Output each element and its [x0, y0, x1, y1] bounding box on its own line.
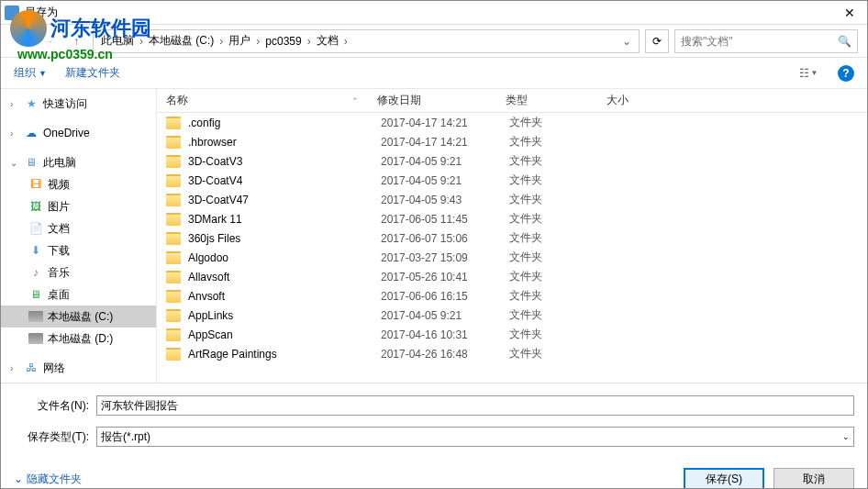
- sidebar-desktop[interactable]: 🖥桌面: [1, 283, 156, 306]
- file-row[interactable]: AppLinks2017-04-05 9:21文件夹: [157, 306, 867, 325]
- file-name: .hbrowser: [188, 136, 381, 149]
- file-type: 文件夹: [509, 307, 610, 323]
- folder-icon: [166, 290, 181, 303]
- sidebar-downloads[interactable]: ⬇下载: [1, 239, 156, 261]
- file-date: 2017-03-27 15:09: [381, 251, 509, 264]
- window-title: 另存为: [25, 5, 836, 20]
- folder-icon: [166, 155, 181, 168]
- column-size[interactable]: 大小: [606, 93, 680, 108]
- file-row[interactable]: 360js Files2017-06-07 15:06文件夹: [157, 228, 867, 248]
- file-name: 3DMark 11: [188, 213, 381, 226]
- close-button[interactable]: ✕: [836, 6, 863, 20]
- file-row[interactable]: Allavsoft2017-05-26 10:41文件夹: [157, 267, 867, 286]
- new-folder-button[interactable]: 新建文件夹: [65, 65, 120, 81]
- search-input[interactable]: [681, 35, 838, 48]
- sidebar-drive-d[interactable]: 本地磁盘 (D:): [1, 328, 156, 350]
- file-name: AppLinks: [188, 309, 381, 322]
- file-row[interactable]: 3D-CoatV32017-04-05 9:21文件夹: [157, 151, 867, 171]
- chevron-down-icon: ⌄: [14, 472, 23, 485]
- file-name: .config: [188, 117, 381, 129]
- filetype-select[interactable]: 报告(*.rpt) ⌄: [96, 427, 854, 447]
- organize-button[interactable]: 组织▼: [14, 65, 47, 81]
- file-date: 2017-06-07 15:06: [381, 232, 509, 245]
- file-row[interactable]: 3D-CoatV472017-04-05 9:43文件夹: [157, 190, 867, 209]
- column-name[interactable]: 名称⌃: [166, 93, 377, 108]
- folder-icon: [166, 271, 181, 283]
- sidebar-quick-access[interactable]: ›★快速访问: [1, 93, 156, 115]
- file-row[interactable]: ArtRage Paintings2017-04-26 16:48文件夹: [157, 344, 867, 363]
- file-row[interactable]: Algodoo2017-03-27 15:09文件夹: [157, 248, 867, 267]
- footer: ⌄隐藏文件夹 保存(S) 取消: [1, 461, 867, 489]
- breadcrumb-item[interactable]: 此电脑: [97, 33, 138, 49]
- file-name: 3D-CoatV4: [188, 174, 381, 187]
- folder-icon: [166, 213, 181, 226]
- sort-indicator-icon: ⌃: [351, 96, 359, 106]
- title-bar: 另存为 ✕: [1, 1, 867, 25]
- file-type: 文件夹: [509, 269, 610, 284]
- sidebar-this-pc[interactable]: ⌄🖥此电脑: [1, 151, 156, 173]
- file-name: Allavsoft: [188, 271, 381, 283]
- breadcrumb-item[interactable]: 本地磁盘 (C:): [145, 33, 217, 49]
- help-button[interactable]: ?: [838, 65, 854, 82]
- sidebar-video[interactable]: 🎞视频: [1, 173, 156, 195]
- file-row[interactable]: 3DMark 112017-06-05 11:45文件夹: [157, 209, 867, 228]
- file-date: 2017-05-26 10:41: [381, 271, 509, 283]
- column-headers: 名称⌃ 修改日期 类型 大小: [157, 89, 867, 113]
- filename-input[interactable]: [96, 395, 854, 416]
- back-button[interactable]: ←: [10, 30, 32, 52]
- breadcrumb-dropdown-icon[interactable]: ⌄: [618, 35, 635, 48]
- file-type: 文件夹: [509, 153, 610, 169]
- sidebar-drive-c[interactable]: 本地磁盘 (C:): [1, 306, 156, 328]
- file-type: 文件夹: [509, 230, 610, 246]
- file-type: 文件夹: [509, 211, 610, 227]
- file-type: 文件夹: [509, 346, 610, 361]
- file-date: 2017-04-17 14:21: [381, 136, 509, 149]
- file-date: 2017-04-26 16:48: [381, 348, 509, 361]
- save-button[interactable]: 保存(S): [684, 468, 764, 489]
- sidebar-documents[interactable]: 📄文档: [1, 217, 156, 239]
- column-type[interactable]: 类型: [506, 93, 606, 108]
- file-rows: .config2017-04-17 14:21文件夹.hbrowser2017-…: [157, 113, 867, 383]
- breadcrumb-item[interactable]: pc0359: [262, 35, 305, 48]
- file-type: 文件夹: [509, 288, 610, 304]
- sidebar-onedrive[interactable]: ›☁OneDrive: [1, 122, 156, 144]
- file-name: ArtRage Paintings: [188, 348, 381, 361]
- search-box[interactable]: 🔍: [674, 29, 858, 53]
- search-icon[interactable]: 🔍: [838, 35, 851, 48]
- folder-icon: [166, 136, 181, 149]
- file-row[interactable]: .hbrowser2017-04-17 14:21文件夹: [157, 132, 867, 151]
- nav-bar: ← → ↑ 此电脑› 本地磁盘 (C:)› 用户› pc0359› 文档› ⌄ …: [1, 25, 867, 58]
- breadcrumb-item[interactable]: 用户: [225, 33, 254, 49]
- up-button[interactable]: ↑: [65, 30, 87, 52]
- file-date: 2017-04-05 9:21: [381, 309, 509, 322]
- file-type: 文件夹: [509, 192, 610, 207]
- view-button[interactable]: ☷▼: [797, 62, 819, 84]
- breadcrumb-item[interactable]: 文档: [313, 33, 342, 49]
- file-list: 名称⌃ 修改日期 类型 大小 .config2017-04-17 14:21文件…: [157, 89, 867, 383]
- sidebar-pictures[interactable]: 🖼图片: [1, 195, 156, 217]
- file-row[interactable]: Anvsoft2017-06-06 16:15文件夹: [157, 286, 867, 306]
- form-area: 文件名(N): 保存类型(T): 报告(*.rpt) ⌄: [1, 383, 867, 461]
- file-row[interactable]: 3D-CoatV42017-04-05 9:21文件夹: [157, 171, 867, 190]
- folder-icon: [166, 194, 181, 206]
- file-row[interactable]: .config2017-04-17 14:21文件夹: [157, 113, 867, 132]
- filetype-label: 保存类型(T):: [14, 429, 96, 445]
- file-date: 2017-04-05 9:43: [381, 194, 509, 206]
- file-type: 文件夹: [509, 172, 610, 188]
- file-name: Anvsoft: [188, 290, 381, 303]
- sidebar-music[interactable]: ♪音乐: [1, 261, 156, 283]
- file-row[interactable]: AppScan2017-04-16 10:31文件夹: [157, 325, 867, 344]
- file-date: 2017-06-06 16:15: [381, 290, 509, 303]
- cancel-button[interactable]: 取消: [773, 468, 854, 489]
- forward-button[interactable]: →: [38, 30, 60, 52]
- hide-folders-toggle[interactable]: ⌄隐藏文件夹: [14, 472, 82, 487]
- column-date[interactable]: 修改日期: [377, 93, 506, 108]
- breadcrumb[interactable]: 此电脑› 本地磁盘 (C:)› 用户› pc0359› 文档› ⌄: [93, 29, 640, 53]
- file-type: 文件夹: [509, 250, 610, 265]
- folder-icon: [166, 174, 181, 187]
- refresh-button[interactable]: ⟳: [645, 29, 669, 53]
- file-type: 文件夹: [509, 327, 610, 342]
- file-date: 2017-06-05 11:45: [381, 213, 509, 226]
- file-date: 2017-04-05 9:21: [381, 155, 509, 168]
- sidebar-network[interactable]: ›🖧网络: [1, 357, 156, 379]
